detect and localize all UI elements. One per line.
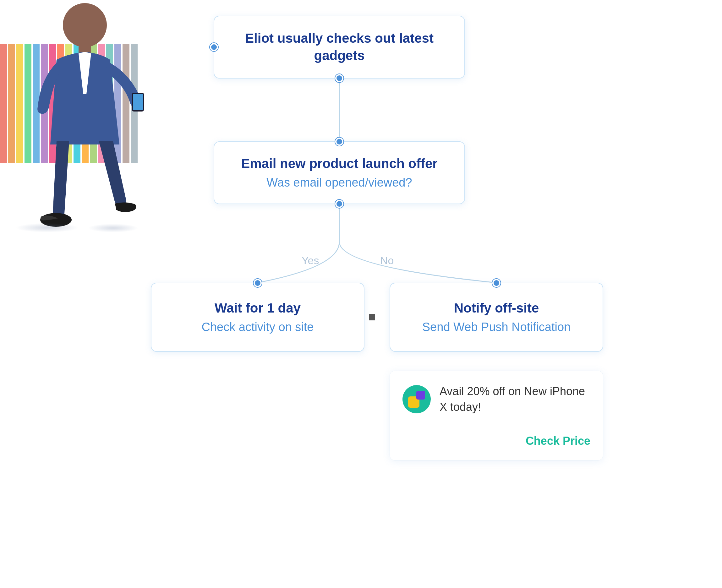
- node-eliot: Eliot usually checks out latest gadgets: [214, 16, 465, 79]
- node3-title: Wait for 1 day: [214, 300, 301, 317]
- push-app-icon: [403, 385, 431, 413]
- node2-title: Email new product launch offer: [241, 155, 437, 172]
- person-figure: [6, 0, 151, 239]
- node4-subtitle: Send Web Push Notification: [422, 319, 571, 335]
- node-dot-bottom-2: [335, 200, 344, 208]
- push-card-divider: [403, 425, 590, 425]
- node3-subtitle: Check activity on site: [202, 319, 314, 335]
- no-label: No: [380, 254, 394, 267]
- push-message: Avail 20% off on New iPhone X today!: [439, 383, 590, 415]
- center-dot: [369, 314, 375, 320]
- scene: Eliot usually checks out latest gadgets …: [0, 0, 722, 588]
- node1-title: Eliot usually checks out latest gadgets: [229, 30, 449, 64]
- push-card-content: Avail 20% off on New iPhone X today!: [403, 383, 590, 415]
- node-dot-left-1: [210, 43, 218, 51]
- svg-rect-3: [133, 94, 143, 110]
- node-wait: Wait for 1 day Check activity on site: [151, 283, 365, 352]
- flowchart: Eliot usually checks out latest gadgets …: [151, 9, 710, 587]
- yes-label: Yes: [302, 254, 319, 267]
- svg-point-0: [63, 3, 107, 47]
- node-email: Email new product launch offer Was email…: [214, 141, 465, 204]
- node-notify: Notify off-site Send Web Push Notificati…: [390, 283, 603, 352]
- node-dot-top-2: [335, 138, 344, 146]
- node4-title: Notify off-site: [454, 300, 539, 317]
- push-notification-card: Avail 20% off on New iPhone X today! Che…: [390, 371, 603, 460]
- icon-purple-square: [416, 391, 425, 400]
- node-dot-top-4: [492, 279, 500, 287]
- shadow-right: [88, 224, 138, 232]
- shadow-left: [16, 223, 79, 232]
- node-dot-top-3: [253, 279, 262, 287]
- node-dot-bottom-1: [335, 74, 344, 82]
- check-price-button[interactable]: Check Price: [403, 435, 590, 447]
- node2-subtitle: Was email opened/viewed?: [266, 175, 412, 190]
